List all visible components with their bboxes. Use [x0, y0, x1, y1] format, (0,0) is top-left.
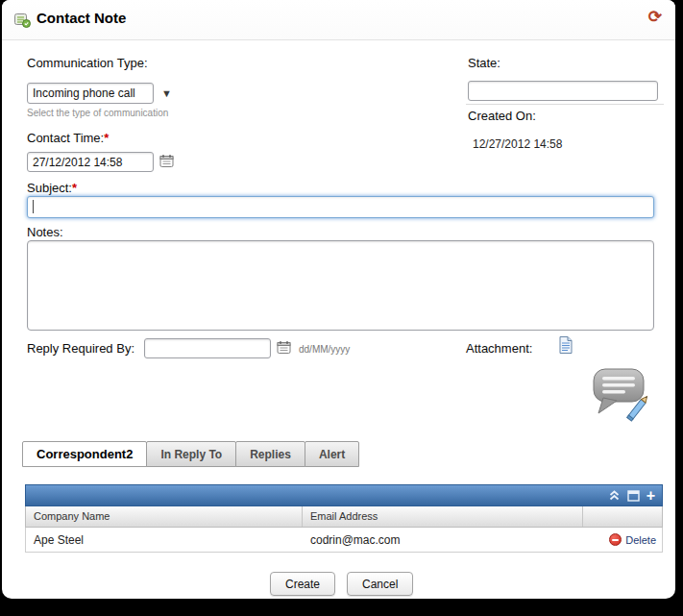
tab-correspondent2[interactable]: Correspondent2 — [22, 441, 147, 467]
communication-type-input[interactable] — [27, 83, 154, 104]
tab-in-reply-to[interactable]: In Reply To — [146, 441, 236, 467]
delete-action[interactable]: Delete — [583, 533, 662, 546]
tab-label: In Reply To — [160, 448, 222, 461]
date-format-hint: dd/MM/yyyy — [299, 344, 350, 355]
required-asterisk: * — [72, 181, 77, 195]
header-email-address[interactable]: Email Address — [303, 506, 583, 527]
created-on-label: Created On: — [468, 109, 536, 123]
state-input[interactable] — [468, 81, 658, 101]
titlebar: Contact Note ⟳ — [2, 0, 675, 40]
header-actions — [583, 506, 662, 527]
tab-alert[interactable]: Alert — [305, 441, 359, 467]
no-entry-icon[interactable] — [609, 533, 622, 546]
communication-type-label: Communication Type: — [27, 56, 148, 70]
tab-label: Alert — [319, 448, 345, 461]
grid-toolbar: + — [25, 484, 663, 506]
attachment-label: Attachment: — [466, 341, 532, 356]
tab-replies[interactable]: Replies — [235, 441, 305, 467]
text-caret — [33, 200, 34, 213]
cell-company-name: Ape Steel — [26, 533, 303, 547]
delete-link[interactable]: Delete — [625, 534, 656, 546]
calendar-icon[interactable] — [159, 154, 175, 168]
state-label: State: — [468, 56, 500, 70]
refresh-icon[interactable]: ⟳ — [648, 8, 662, 27]
notes-textarea[interactable] — [27, 240, 654, 331]
grid-header: Company Name Email Address — [25, 506, 663, 528]
reply-required-by-input[interactable] — [144, 338, 271, 358]
communication-type-helper: Select the type of communication — [27, 108, 168, 118]
created-on-value: 12/27/2012 14:58 — [473, 137, 562, 151]
cancel-button[interactable]: Cancel — [347, 572, 413, 596]
subject-label-text: Subject: — [27, 181, 72, 195]
divider — [466, 104, 664, 105]
contact-note-icon — [13, 12, 31, 29]
tab-label: Replies — [250, 448, 291, 461]
subject-input[interactable] — [27, 196, 654, 218]
contact-note-dialog: Contact Note ⟳ Communication Type: ▼ Sel… — [2, 0, 675, 599]
contact-time-input[interactable] — [27, 152, 154, 172]
new-window-icon[interactable] — [627, 488, 640, 504]
attachment-icon[interactable] — [557, 335, 574, 355]
screen: Contact Note ⟳ Communication Type: ▼ Sel… — [0, 0, 683, 616]
contact-time-label: Contact Time:* — [27, 131, 109, 145]
add-icon[interactable]: + — [646, 488, 655, 504]
note-bubble-pencil-art — [590, 365, 653, 425]
tab-label: Correspondent2 — [37, 447, 133, 461]
subject-label: Subject:* — [27, 181, 77, 195]
cell-email-address: codrin@mac.com — [303, 533, 583, 547]
correspondents-grid: Company Name Email Address Ape Steel cod… — [25, 506, 663, 553]
reply-required-by-label: Reply Required By: — [27, 341, 134, 356]
table-row: Ape Steel codrin@mac.com Delete — [25, 528, 663, 553]
contact-time-label-text: Contact Time: — [27, 131, 104, 145]
dialog-title: Contact Note — [37, 10, 126, 26]
create-button[interactable]: Create — [270, 572, 335, 596]
required-asterisk: * — [104, 131, 109, 145]
notes-label: Notes: — [27, 225, 63, 239]
collapse-icon[interactable] — [608, 488, 621, 504]
chevron-down-icon[interactable]: ▼ — [161, 87, 172, 99]
tab-bar: Correspondent2 In Reply To Replies Alert — [23, 441, 359, 467]
header-company-name[interactable]: Company Name — [26, 506, 303, 527]
calendar-icon[interactable] — [277, 340, 292, 355]
